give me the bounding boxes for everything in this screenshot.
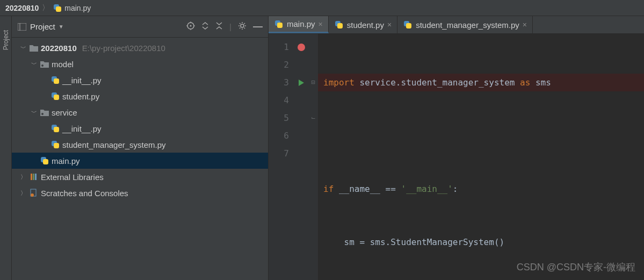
fold-gutter: ⊟ ⌙ (308, 34, 318, 280)
project-tool-window: Project ▼ | — (12, 16, 269, 280)
svg-point-10 (241, 24, 244, 27)
chevron-right-icon[interactable]: 〉 (19, 173, 27, 181)
svg-rect-25 (35, 174, 37, 180)
tree-file-init-model[interactable]: __init__.py (12, 72, 268, 88)
fold-end-icon: ⌙ (308, 109, 318, 127)
tree-root[interactable]: ﹀ 20220810 E:\py-project\20220810 (12, 40, 268, 56)
expand-all-icon[interactable] (201, 22, 209, 31)
tree-folder-model[interactable]: ﹀ model (12, 56, 268, 72)
project-tool-header: Project ▼ | — (12, 16, 268, 38)
gutter-icons (294, 34, 308, 280)
chevron-right-icon[interactable]: 〉 (19, 189, 27, 197)
project-tool-title: Project (30, 22, 55, 31)
code-content[interactable]: import service.student_manager_system as… (318, 34, 644, 280)
locate-icon[interactable] (186, 21, 195, 32)
svg-rect-31 (337, 23, 343, 28)
divider: | (229, 23, 231, 31)
editor-tabs: main.py × student.py × student_manager_s… (269, 16, 644, 34)
tree-file-sms[interactable]: student_manager_system.py (12, 137, 268, 153)
chevron-down-icon[interactable]: ﹀ (30, 60, 38, 68)
svg-rect-20 (54, 143, 59, 148)
svg-rect-33 (406, 23, 411, 28)
svg-rect-18 (54, 127, 59, 132)
breadcrumb: 20220810 〉 main.py (0, 0, 644, 16)
python-file-icon (403, 20, 413, 30)
tree-file-main[interactable]: main.py (12, 153, 268, 169)
scratches-icon (29, 188, 39, 198)
tree-file-init-service[interactable]: __init__.py (12, 120, 268, 137)
tab-student[interactable]: student.py × (329, 16, 397, 33)
project-tree[interactable]: ﹀ 20220810 E:\py-project\20220810 ﹀ mode… (12, 38, 268, 280)
fold-open-icon[interactable]: ⊟ (308, 74, 318, 91)
python-file-icon (53, 3, 62, 13)
package-folder-icon (40, 59, 49, 69)
svg-rect-23 (31, 174, 32, 180)
tree-folder-service[interactable]: ﹀ service (12, 104, 268, 120)
svg-rect-1 (56, 6, 61, 12)
run-gutter-icon[interactable] (299, 80, 304, 86)
tab-sms[interactable]: student_manager_system.py × (397, 16, 533, 33)
svg-point-11 (41, 64, 44, 67)
svg-rect-15 (54, 95, 59, 100)
tree-external-libraries[interactable]: 〉 External Libraries (12, 169, 268, 185)
watermark: CSDN @CSDN专家-微编程 (517, 261, 635, 274)
close-icon[interactable]: × (319, 20, 323, 28)
python-file-icon (334, 20, 344, 30)
tab-label: student.py (347, 20, 384, 30)
python-file-icon (50, 124, 60, 133)
breakpoint-icon[interactable] (298, 44, 305, 51)
tool-window-rail: Project (0, 16, 12, 280)
svg-point-16 (41, 113, 44, 115)
project-tool-tab[interactable]: Project (2, 27, 10, 53)
svg-point-5 (190, 25, 192, 27)
breadcrumb-separator: 〉 (42, 3, 49, 13)
chevron-down-icon[interactable]: ﹀ (19, 44, 27, 52)
tab-label: main.py (287, 19, 315, 28)
python-file-icon (274, 19, 284, 29)
python-file-icon (50, 140, 60, 149)
close-icon[interactable]: × (523, 20, 527, 29)
python-file-icon (50, 75, 60, 85)
tree-scratches[interactable]: 〉 Scratches and Consoles (12, 185, 268, 201)
tab-main[interactable]: main.py × (269, 16, 329, 33)
svg-rect-22 (43, 159, 48, 164)
libraries-icon (29, 172, 39, 182)
package-folder-icon (40, 107, 49, 117)
tab-label: student_manager_system.py (416, 20, 519, 30)
editor-area: main.py × student.py × student_manager_s… (269, 16, 644, 280)
svg-rect-29 (277, 23, 283, 28)
breadcrumb-file[interactable]: main.py (53, 3, 91, 13)
svg-point-27 (31, 193, 34, 197)
tree-file-student[interactable]: student.py (12, 88, 268, 104)
chevron-down-icon[interactable]: ﹀ (30, 109, 38, 117)
line-number-gutter: 1 2 3 4 5 6 7 (269, 34, 294, 280)
breadcrumb-root[interactable]: 20220810 (5, 4, 39, 12)
code-editor[interactable]: 1 2 3 4 5 6 7 ⊟ ⌙ impor (269, 34, 644, 280)
svg-rect-13 (54, 78, 59, 84)
collapse-all-icon[interactable] (215, 22, 223, 31)
python-file-icon (40, 156, 49, 166)
svg-rect-2 (18, 23, 26, 31)
project-view-icon (17, 22, 27, 32)
project-view-dropdown-icon[interactable]: ▼ (59, 24, 64, 30)
folder-icon (29, 43, 39, 53)
svg-rect-24 (33, 174, 34, 180)
hide-icon[interactable]: — (253, 21, 263, 32)
close-icon[interactable]: × (387, 20, 392, 29)
python-file-icon (50, 91, 60, 101)
gear-icon[interactable] (238, 21, 247, 32)
